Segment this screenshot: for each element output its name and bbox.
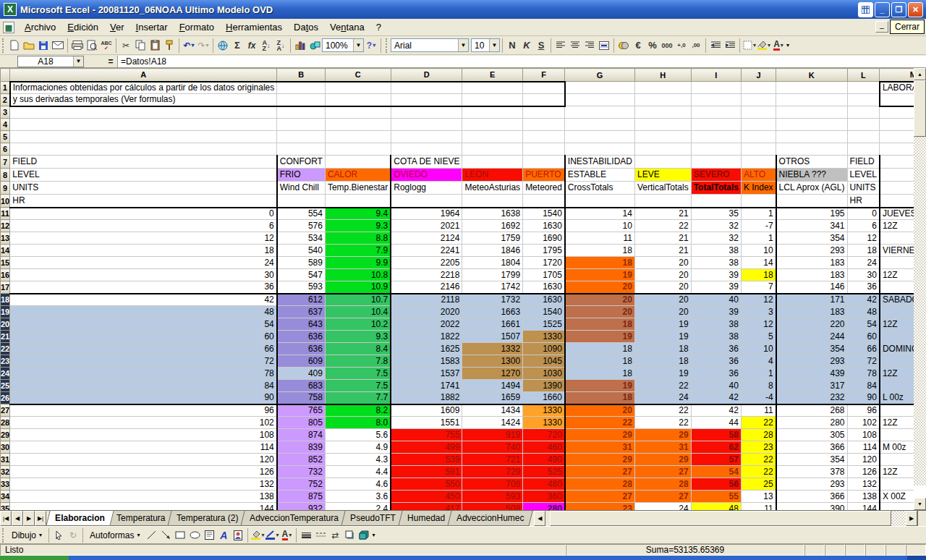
cell-J9[interactable]: K Index xyxy=(741,182,776,195)
cell-F33[interactable]: 480 xyxy=(523,478,565,491)
cell-B21[interactable]: 636 xyxy=(277,331,326,343)
cell-I5[interactable] xyxy=(691,131,741,143)
spelling-button[interactable]: ABC✓ xyxy=(99,38,114,53)
currency-button[interactable] xyxy=(616,38,631,53)
cell-H22[interactable]: 18 xyxy=(634,343,691,355)
cell-K1[interactable] xyxy=(776,82,847,94)
cell-B9[interactable]: Wind Chill xyxy=(277,182,326,195)
format-toolbar-grip[interactable] xyxy=(386,38,388,53)
cell-C22[interactable]: 8.4 xyxy=(325,343,391,355)
column-header-B[interactable]: B xyxy=(277,69,326,82)
close-window-button[interactable]: Cerrar xyxy=(890,20,925,34)
cell-L5[interactable] xyxy=(847,131,880,143)
font-color-button[interactable]: A▾ xyxy=(771,38,786,53)
column-header-K[interactable]: K xyxy=(776,69,847,82)
cell-A5[interactable] xyxy=(10,131,277,143)
cell-B18[interactable]: 612 xyxy=(277,294,326,306)
cell-E32[interactable]: 729 xyxy=(462,466,523,478)
paste-button[interactable] xyxy=(148,38,162,53)
cell-B25[interactable]: 683 xyxy=(277,380,326,392)
cell-F26[interactable]: 1660 xyxy=(523,392,565,404)
menu-herramientas[interactable]: Herramientas xyxy=(220,20,288,35)
cell-D27[interactable]: 1609 xyxy=(391,404,462,417)
format-painter-button[interactable] xyxy=(162,38,177,53)
sort-ascending-button[interactable]: AZ↓ xyxy=(259,38,273,53)
cell-J1[interactable] xyxy=(741,82,776,94)
row-header-30[interactable]: 30 xyxy=(1,441,10,454)
cell-G34[interactable]: 27 xyxy=(565,491,635,503)
cell-G18[interactable]: 20 xyxy=(565,294,635,306)
row-header-12[interactable]: 12 xyxy=(1,220,10,232)
cell-E30[interactable]: 740 xyxy=(462,441,523,454)
arrow-tool-icon[interactable] xyxy=(158,528,173,543)
cell-I20[interactable]: 38 xyxy=(691,318,741,331)
cell-M11[interactable]: JUEVES 06Z xyxy=(880,208,914,220)
cell-F20[interactable]: 1525 xyxy=(523,318,565,331)
menu-datos[interactable]: Datos xyxy=(288,20,324,35)
cell-D2[interactable] xyxy=(391,94,462,106)
cell-E2[interactable] xyxy=(462,94,523,106)
merge-center-button[interactable] xyxy=(597,38,611,53)
cell-C12[interactable]: 9.3 xyxy=(325,220,391,232)
cell-G8[interactable]: ESTABLE xyxy=(565,169,635,182)
cut-icon[interactable]: ✂ xyxy=(119,38,133,53)
scroll-right-icon[interactable]: ▶ xyxy=(906,511,917,526)
cell-E28[interactable]: 1424 xyxy=(462,417,523,429)
horizontal-scrollbar[interactable]: ▶ xyxy=(550,511,917,526)
cell-G4[interactable] xyxy=(565,119,635,131)
cell-A15[interactable]: 24 xyxy=(10,257,277,269)
save-button[interactable] xyxy=(36,38,51,53)
cell-M23[interactable] xyxy=(880,355,914,368)
cell-I21[interactable]: 38 xyxy=(691,331,741,343)
cell-D34[interactable]: 450 xyxy=(391,491,462,503)
cell-A9[interactable]: UNITS xyxy=(10,182,277,195)
cell-J6[interactable] xyxy=(741,143,776,156)
cell-L14[interactable]: 18 xyxy=(847,245,880,257)
cell-G13[interactable]: 11 xyxy=(565,232,635,245)
cell-C14[interactable]: 7.9 xyxy=(325,245,391,257)
print-button[interactable] xyxy=(70,38,85,53)
dash-style-icon[interactable] xyxy=(313,528,328,543)
cell-F11[interactable]: 1540 xyxy=(523,208,565,220)
scroll-up-icon[interactable]: ▲ xyxy=(914,68,926,80)
cell-E21[interactable]: 1507 xyxy=(462,331,523,343)
cell-J7[interactable] xyxy=(741,156,776,169)
cell-G29[interactable]: 29 xyxy=(565,429,635,441)
select-objects-icon[interactable] xyxy=(51,528,66,543)
cell-M31[interactable] xyxy=(880,454,914,466)
cell-H8[interactable]: LEVE xyxy=(634,169,691,182)
cell-C7[interactable] xyxy=(325,156,391,169)
cell-J8[interactable]: ALTO xyxy=(741,169,776,182)
cell-C34[interactable]: 3.6 xyxy=(325,491,391,503)
cell-I11[interactable]: 35 xyxy=(691,208,741,220)
vertical-scroll-thumb[interactable] xyxy=(914,80,926,137)
cell-J27[interactable]: 11 xyxy=(741,404,776,417)
row-header-15[interactable]: 15 xyxy=(1,257,10,269)
row-header-19[interactable]: 19 xyxy=(1,306,10,318)
euro-button[interactable]: € xyxy=(631,38,645,53)
sort-descending-button[interactable]: ZA↓ xyxy=(273,38,288,53)
cell-L1[interactable] xyxy=(847,82,880,94)
cell-L23[interactable]: 72 xyxy=(847,355,880,368)
cell-C28[interactable]: 8.0 xyxy=(325,417,391,429)
cell-E23[interactable]: 1300 xyxy=(462,355,523,368)
cell-K25[interactable]: 317 xyxy=(776,380,847,392)
cell-H17[interactable]: 20 xyxy=(634,281,691,294)
cell-B19[interactable]: 637 xyxy=(277,306,326,318)
cell-F19[interactable]: 1540 xyxy=(523,306,565,318)
cell-M6[interactable] xyxy=(880,143,914,156)
cell-M7[interactable] xyxy=(880,156,914,169)
cell-H24[interactable]: 19 xyxy=(634,368,691,380)
menu-ventana[interactable]: Ventana xyxy=(324,20,370,35)
cell-A19[interactable]: 48 xyxy=(10,306,277,318)
cell-L15[interactable]: 24 xyxy=(847,257,880,269)
row-header-35[interactable]: 35 xyxy=(1,503,10,511)
cell-H32[interactable]: 27 xyxy=(634,466,691,478)
cell-K28[interactable]: 280 xyxy=(776,417,847,429)
cell-K24[interactable]: 439 xyxy=(776,368,847,380)
cell-K7[interactable]: OTROS xyxy=(776,156,847,169)
cell-G23[interactable]: 18 xyxy=(565,355,635,368)
cell-C3[interactable] xyxy=(325,106,391,119)
cell-J10[interactable] xyxy=(741,195,776,208)
draw-font-color-icon[interactable]: A▾ xyxy=(279,528,294,543)
